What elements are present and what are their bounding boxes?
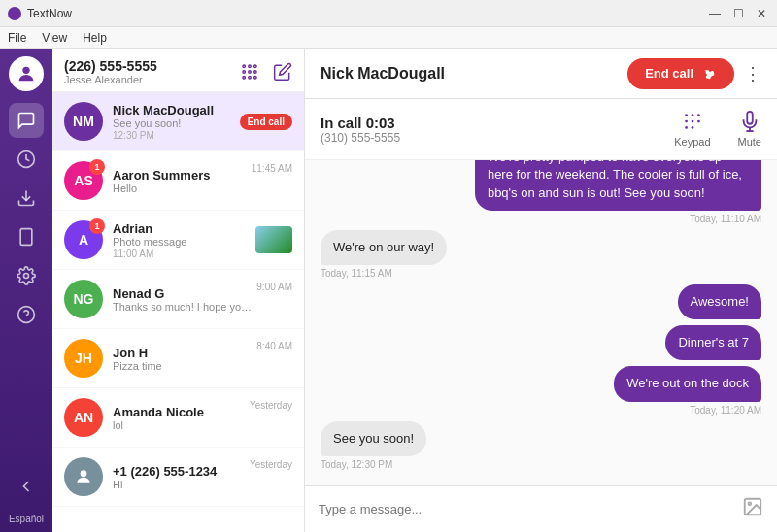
sidebar-speed-icon[interactable] xyxy=(9,142,44,177)
app-icon xyxy=(8,7,21,20)
message-bubble: We're out on the dock xyxy=(614,366,761,401)
contact-name: Jon H xyxy=(113,346,253,360)
message-time: Today, 12:30 PM xyxy=(321,459,392,470)
chat-header-actions: End call ⋮ xyxy=(627,58,761,89)
chat-header: Nick MacDougall End call ⋮ xyxy=(305,49,777,99)
contacts-actions xyxy=(240,62,292,82)
svg-point-11 xyxy=(243,71,246,74)
window-controls[interactable]: — ☐ ✕ xyxy=(707,7,769,20)
contact-info: Adrian Photo message 11:00 AM xyxy=(113,221,255,259)
contact-item-amanda[interactable]: AN Amanda Nicole lol Yesterday xyxy=(52,388,304,448)
menu-file[interactable]: File xyxy=(8,31,26,45)
in-call-controls: Keypad Mute xyxy=(674,111,761,148)
in-call-bar: In call 0:03 (310) 555-5555 Keypad Mute xyxy=(305,99,777,160)
svg-point-21 xyxy=(685,120,688,123)
user-name: Jesse Alexander xyxy=(64,74,157,85)
contact-time-sub: 12:30 PM xyxy=(113,130,240,141)
svg-point-0 xyxy=(22,67,29,74)
contact-avatar xyxy=(64,457,103,496)
contact-item-adrian[interactable]: A 1 Adrian Photo message 11:00 AM xyxy=(52,211,304,270)
user-phone: (226) 555-5555 xyxy=(64,58,157,74)
mute-control[interactable]: Mute xyxy=(738,111,761,148)
sidebar-messages-icon[interactable] xyxy=(9,103,44,138)
contact-time: Yesterday xyxy=(250,400,292,411)
message-group-4: Dinner's at 7 xyxy=(321,325,761,360)
svg-point-15 xyxy=(249,77,252,80)
messages-area: Hey!We're pretty pumped to have everyone… xyxy=(305,160,777,485)
contact-name: Nick MacDougall xyxy=(113,103,240,117)
contact-last-msg: Hi xyxy=(113,479,246,490)
svg-point-9 xyxy=(249,65,252,68)
message-bubble: See you soon! xyxy=(321,421,426,456)
dialpad-icon[interactable] xyxy=(240,62,259,82)
svg-point-17 xyxy=(81,470,87,477)
contacts-header: (226) 555-5555 Jesse Alexander xyxy=(52,49,304,92)
contact-info: Jon H Pizza time xyxy=(113,346,253,372)
sidebar-download-icon[interactable] xyxy=(9,181,44,216)
contact-time: Yesterday xyxy=(250,459,292,470)
contact-item-nick[interactable]: NM Nick MacDougall See you soon! 12:30 P… xyxy=(52,92,304,151)
contact-item-nenad[interactable]: NG Nenad G Thanks so much! I hope you...… xyxy=(52,270,304,329)
contact-time: 11:45 AM xyxy=(252,163,292,174)
contact-avatar: JH xyxy=(64,339,103,378)
message-time: Today, 11:10 AM xyxy=(690,214,761,224)
contact-avatar: AS 1 xyxy=(64,161,103,200)
title-bar-left: TextNow xyxy=(8,7,72,20)
contact-name: Adrian xyxy=(113,221,255,236)
svg-point-20 xyxy=(697,114,700,116)
contact-item-aaron[interactable]: AS 1 Aaron Summers Hello 11:45 AM xyxy=(52,151,304,211)
call-status: In call 0:03 xyxy=(321,115,400,131)
mute-icon xyxy=(739,111,760,132)
contact-last-msg: Hello xyxy=(113,183,248,194)
sidebar-back-icon[interactable] xyxy=(9,469,44,504)
more-options-button[interactable]: ⋮ xyxy=(744,63,761,84)
keypad-control[interactable]: Keypad xyxy=(674,111,710,148)
minimize-button[interactable]: — xyxy=(707,7,723,20)
message-bubble: Dinner's at 7 xyxy=(665,325,761,360)
contact-avatar: NG xyxy=(64,280,103,318)
contact-avatar: AN xyxy=(64,398,103,437)
sidebar-help-icon[interactable] xyxy=(9,297,44,332)
mute-label: Mute xyxy=(738,136,761,148)
menu-bar: File View Help xyxy=(0,27,777,49)
menu-help[interactable]: Help xyxy=(83,31,107,45)
contact-last-msg: See you soon! xyxy=(113,117,240,129)
svg-point-25 xyxy=(692,126,694,129)
end-call-button[interactable]: End call xyxy=(627,58,734,89)
contact-end-call-badge: End call xyxy=(240,114,292,130)
compose-icon[interactable] xyxy=(273,62,292,82)
chat-contact-name: Nick MacDougall xyxy=(321,65,445,83)
maximize-button[interactable]: ☐ xyxy=(730,7,746,20)
contact-last-msg: Pizza time xyxy=(113,360,253,372)
sidebar-device-icon[interactable] xyxy=(9,219,44,254)
in-call-info: In call 0:03 (310) 555-5555 xyxy=(321,115,400,145)
svg-point-18 xyxy=(685,114,688,116)
language-label[interactable]: Español xyxy=(9,514,44,524)
contact-info: Nick MacDougall See you soon! 12:30 PM xyxy=(113,103,240,141)
close-button[interactable]: ✕ xyxy=(754,7,769,20)
svg-point-8 xyxy=(243,65,246,68)
sidebar-settings-icon[interactable] xyxy=(9,258,44,293)
message-group-3: Awesome! xyxy=(321,284,761,319)
message-bubble: We're on our way! xyxy=(321,230,447,265)
svg-point-13 xyxy=(254,71,257,74)
contacts-list: NM Nick MacDougall See you soon! 12:30 P… xyxy=(52,92,304,532)
app-name: TextNow xyxy=(27,7,72,20)
contact-time: 9:00 AM xyxy=(256,282,292,292)
contact-info: Aaron Summers Hello xyxy=(113,168,248,194)
contact-item-unknown[interactable]: +1 (226) 555-1234 Hi Yesterday xyxy=(52,448,304,507)
menu-view[interactable]: View xyxy=(42,31,67,45)
image-icon[interactable] xyxy=(742,496,763,522)
contact-badge: 1 xyxy=(89,159,105,175)
svg-point-12 xyxy=(249,71,252,74)
contact-name: Amanda Nicole xyxy=(113,405,246,419)
contact-item-jon[interactable]: JH Jon H Pizza time 8:40 AM xyxy=(52,329,304,388)
contacts-panel: (226) 555-5555 Jesse Alexander NM Nick M… xyxy=(52,49,305,532)
message-group-6: See you soon!Today, 12:30 PM xyxy=(321,421,761,470)
user-info: (226) 555-5555 Jesse Alexander xyxy=(64,58,157,85)
message-input[interactable] xyxy=(319,502,732,516)
user-avatar[interactable] xyxy=(9,56,44,91)
chat-panel: Nick MacDougall End call ⋮ In call 0:03 … xyxy=(305,49,777,532)
message-group-2: We're on our way!Today, 11:15 AM xyxy=(321,230,761,279)
contact-time-sub: 11:00 AM xyxy=(113,249,255,259)
